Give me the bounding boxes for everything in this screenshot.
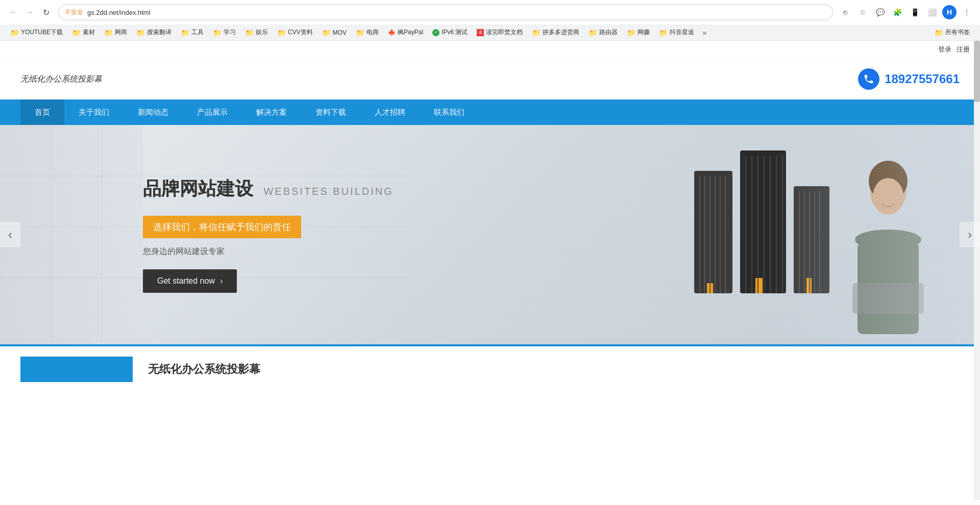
refresh-button[interactable]: ↻ xyxy=(39,5,53,19)
window-button[interactable]: ⬜ xyxy=(925,5,939,19)
phone-icon xyxy=(858,68,879,90)
extension-button[interactable]: 💬 xyxy=(873,5,887,19)
folder-icon: 📁 xyxy=(322,29,331,37)
site-logo: 无纸化办公系统投影幕 xyxy=(20,74,102,85)
phone-number: 18927557661 xyxy=(885,72,960,86)
slider-next-button[interactable]: › xyxy=(960,222,980,247)
bookmark-paypal[interactable]: 🍁 枫PayPal xyxy=(384,27,427,38)
bottom-section: 无纸化办公系统投影幕 xyxy=(0,344,980,392)
bookmark-ipv6[interactable]: ✓ IPv6 测试 xyxy=(428,27,472,38)
bookmark-label: 素材 xyxy=(83,28,95,37)
bookmarks-more[interactable]: » xyxy=(699,28,709,38)
svg-rect-16 xyxy=(751,156,752,293)
forward-button[interactable]: → xyxy=(22,5,37,19)
red-icon: 读 xyxy=(477,29,484,36)
bookmark-tools[interactable]: 📁 工具 xyxy=(177,27,208,38)
chevron-right-icon: › xyxy=(968,228,972,242)
address-text: gs.2dd.net/index.html xyxy=(87,9,826,16)
bookmark-mov[interactable]: 📁 MOV xyxy=(318,28,351,38)
bookmark-label: 读完即焚文档 xyxy=(486,28,523,37)
slider-prev-button[interactable]: ‹ xyxy=(0,222,20,247)
bookmark-cvv[interactable]: 📁 CVV资料 xyxy=(273,27,317,38)
svg-rect-7 xyxy=(699,176,700,293)
nav-item-home[interactable]: 首页 xyxy=(20,99,64,125)
login-link[interactable]: 登录 xyxy=(938,45,951,54)
green-circle-icon: ✓ xyxy=(432,29,439,36)
bookmark-wangshang[interactable]: 📁 网商 xyxy=(100,27,131,38)
nav-item-solutions[interactable]: 解决方案 xyxy=(242,99,301,125)
bookmark-ecommerce[interactable]: 📁 电商 xyxy=(352,27,383,38)
nav-item-contact[interactable]: 联系我们 xyxy=(420,99,479,125)
slider-content: 品牌网站建设 WEBSITES BUILDING 选择我们，将信任赋予我们的责任… xyxy=(143,176,394,293)
get-started-label: Get started now xyxy=(157,276,215,286)
bookmark-pinduoduo[interactable]: 📁 拼多多进货商 xyxy=(528,27,583,38)
svg-rect-14 xyxy=(755,278,763,293)
browser-chrome: ← → ↻ 不安全 gs.2dd.net/index.html ⎋ ☆ 💬 🧩 … xyxy=(0,0,980,41)
all-bookmarks[interactable]: 📁 所有书签 xyxy=(930,27,974,38)
bookmark-youtube[interactable]: 📁 YOUTUBE下载 xyxy=(6,27,67,38)
svg-rect-18 xyxy=(764,156,765,293)
bookmark-router[interactable]: 📁 路由器 xyxy=(584,27,622,38)
chevron-left-icon: ‹ xyxy=(8,228,12,242)
folder-icon: 📁 xyxy=(181,29,189,37)
folder-icon: 📁 xyxy=(277,29,286,37)
page-icon: 🍁 xyxy=(388,29,396,36)
more-button[interactable]: ⋮ xyxy=(960,5,974,19)
svg-rect-19 xyxy=(770,156,771,293)
bookmark-study[interactable]: 📁 学习 xyxy=(209,27,240,38)
website-content: 登录 注册 无纸化办公系统投影幕 18927557661 首页 关于我们 新闻动… xyxy=(0,41,980,392)
bottom-title: 无纸化办公系统投影幕 xyxy=(148,362,260,377)
bookmark-label: 搜索翻译 xyxy=(147,28,172,37)
svg-rect-12 xyxy=(725,176,726,293)
folder-icon: 📁 xyxy=(935,29,943,37)
all-bookmarks-label: 所有书签 xyxy=(945,28,970,37)
bottom-blue-bar xyxy=(20,357,133,382)
folder-icon: 📁 xyxy=(589,29,597,37)
scrollbar[interactable] xyxy=(974,41,980,392)
folder-icon: 📁 xyxy=(356,29,364,37)
register-link[interactable]: 注册 xyxy=(957,45,970,54)
bookmark-entertainment[interactable]: 📁 娱乐 xyxy=(241,27,272,38)
bookmark-label: 网商 xyxy=(115,28,127,37)
nav-item-about[interactable]: 关于我们 xyxy=(64,99,124,125)
folder-icon: 📁 xyxy=(136,29,145,37)
back-button[interactable]: ← xyxy=(6,5,20,19)
bookmark-button[interactable]: ☆ xyxy=(855,5,870,19)
bookmark-label: YOUTUBE下载 xyxy=(21,28,63,37)
bookmark-douyin[interactable]: 📁 抖音星途 xyxy=(655,27,698,38)
nav-item-careers[interactable]: 人才招聘 xyxy=(360,99,420,125)
slider-title-cn: 品牌网站建设 xyxy=(143,178,253,199)
folder-icon: 📁 xyxy=(72,29,81,37)
scrollbar-thumb[interactable] xyxy=(974,41,980,102)
security-indicator: 不安全 xyxy=(65,8,83,17)
bookmark-sucai[interactable]: 📁 素材 xyxy=(68,27,99,38)
browser-actions: ⎋ ☆ 💬 🧩 📱 ⬜ H ⋮ xyxy=(838,5,974,19)
address-bar[interactable]: 不安全 gs.2dd.net/index.html xyxy=(58,4,833,20)
slider-title-en: WEBSITES BUILDING xyxy=(263,186,393,197)
share-button[interactable]: ⎋ xyxy=(838,5,852,19)
cast-button[interactable]: 📱 xyxy=(908,5,922,19)
bookmark-wangzhuan[interactable]: 📁 网赚 xyxy=(623,27,654,38)
nav-item-downloads[interactable]: 资料下载 xyxy=(301,99,360,125)
nav-item-news[interactable]: 新闻动态 xyxy=(124,99,183,125)
folder-icon: 📁 xyxy=(627,29,635,37)
main-nav: 首页 关于我们 新闻动态 产品展示 解决方案 资料下载 人才招聘 联系我们 xyxy=(0,99,980,125)
bookmark-label: 枫PayPal xyxy=(398,28,423,37)
bookmark-label: 娱乐 xyxy=(256,28,268,37)
folder-icon: 📁 xyxy=(532,29,541,37)
slider-desc: 您身边的网站建设专家 xyxy=(143,246,394,257)
folder-icon: 📁 xyxy=(659,29,668,37)
puzzle-button[interactable]: 🧩 xyxy=(890,5,904,19)
folder-icon: 📁 xyxy=(245,29,254,37)
nav-item-products[interactable]: 产品展示 xyxy=(183,99,242,125)
get-started-button[interactable]: Get started now › xyxy=(143,269,237,293)
slider-title-row: 品牌网站建设 WEBSITES BUILDING xyxy=(143,176,394,201)
profile-button[interactable]: H xyxy=(942,5,957,19)
bookmark-label: CVV资料 xyxy=(288,28,313,37)
bookmark-doc[interactable]: 读 读完即焚文档 xyxy=(473,27,527,38)
bookmark-label: MOV xyxy=(333,29,347,36)
svg-rect-11 xyxy=(720,176,721,293)
bookmark-search[interactable]: 📁 搜索翻译 xyxy=(132,27,176,38)
svg-rect-9 xyxy=(709,176,710,293)
browser-nav-buttons: ← → ↻ xyxy=(6,5,53,19)
